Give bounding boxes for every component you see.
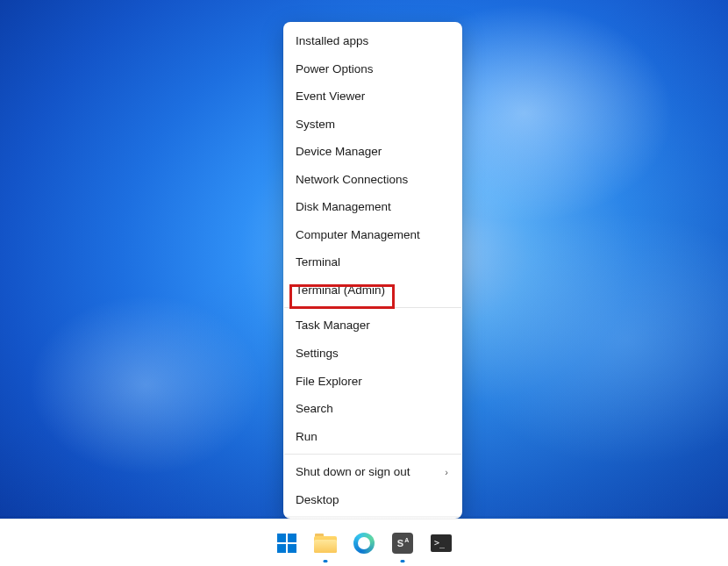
- menu-item-terminal-label: Terminal: [296, 254, 340, 270]
- menu-item-file-explorer[interactable]: File Explorer: [283, 368, 462, 396]
- taskbar: SA>_: [0, 519, 728, 566]
- menu-item-network-connections-label: Network Connections: [296, 172, 408, 188]
- start-button[interactable]: [274, 530, 300, 556]
- menu-item-shutdown-signout-label: Shut down or sign out: [296, 464, 410, 480]
- menu-item-desktop-label: Desktop: [296, 492, 339, 508]
- sublime-button[interactable]: SA: [389, 530, 416, 556]
- menu-item-installed-apps[interactable]: Installed apps: [283, 27, 462, 55]
- menu-item-computer-management-label: Computer Management: [296, 227, 420, 243]
- menu-item-search-label: Search: [296, 401, 333, 417]
- menu-item-terminal-admin[interactable]: Terminal (Admin): [283, 276, 462, 304]
- chevron-right-icon: ›: [445, 466, 448, 478]
- menu-item-device-manager[interactable]: Device Manager: [283, 138, 462, 166]
- menu-separator: [284, 307, 461, 308]
- menu-item-run[interactable]: Run: [283, 423, 462, 451]
- menu-item-network-connections[interactable]: Network Connections: [283, 166, 462, 194]
- menu-item-settings-label: Settings: [296, 346, 339, 362]
- menu-item-disk-management[interactable]: Disk Management: [283, 193, 462, 221]
- menu-item-device-manager-label: Device Manager: [296, 144, 382, 160]
- menu-item-terminal-admin-label: Terminal (Admin): [296, 283, 385, 298]
- windows-logo-icon: [277, 534, 296, 553]
- file-explorer-icon: [314, 534, 337, 553]
- menu-item-event-viewer-label: Event Viewer: [296, 89, 365, 104]
- menu-item-computer-management[interactable]: Computer Management: [283, 221, 462, 249]
- terminal-icon: >_: [431, 534, 452, 552]
- edge-button[interactable]: [351, 530, 377, 556]
- menu-item-search[interactable]: Search: [283, 395, 462, 423]
- menu-item-power-options-label: Power Options: [296, 61, 374, 77]
- menu-item-installed-apps-label: Installed apps: [296, 33, 368, 49]
- menu-item-shutdown-signout[interactable]: Shut down or sign out›: [283, 458, 462, 486]
- menu-item-desktop[interactable]: Desktop: [283, 486, 462, 514]
- menu-item-disk-management-label: Disk Management: [296, 199, 391, 215]
- menu-item-system-label: System: [296, 117, 335, 133]
- menu-item-settings[interactable]: Settings: [283, 340, 462, 368]
- menu-item-run-label: Run: [296, 429, 318, 445]
- menu-item-file-explorer-label: File Explorer: [296, 374, 362, 390]
- menu-item-power-options[interactable]: Power Options: [283, 55, 462, 83]
- edge-icon: [353, 533, 375, 554]
- menu-item-task-manager[interactable]: Task Manager: [283, 312, 462, 340]
- menu-item-terminal[interactable]: Terminal: [283, 248, 462, 276]
- menu-item-system[interactable]: System: [283, 111, 462, 139]
- file-explorer-button[interactable]: [312, 530, 339, 556]
- terminal-button[interactable]: >_: [428, 530, 454, 556]
- desktop-wallpaper: Installed appsPower OptionsEvent ViewerS…: [0, 0, 728, 566]
- menu-item-event-viewer[interactable]: Event Viewer: [283, 82, 462, 111]
- menu-separator: [284, 454, 461, 455]
- app-s-icon: SA: [392, 533, 413, 554]
- winx-context-menu: Installed appsPower OptionsEvent ViewerS…: [283, 22, 462, 519]
- menu-item-task-manager-label: Task Manager: [296, 318, 370, 333]
